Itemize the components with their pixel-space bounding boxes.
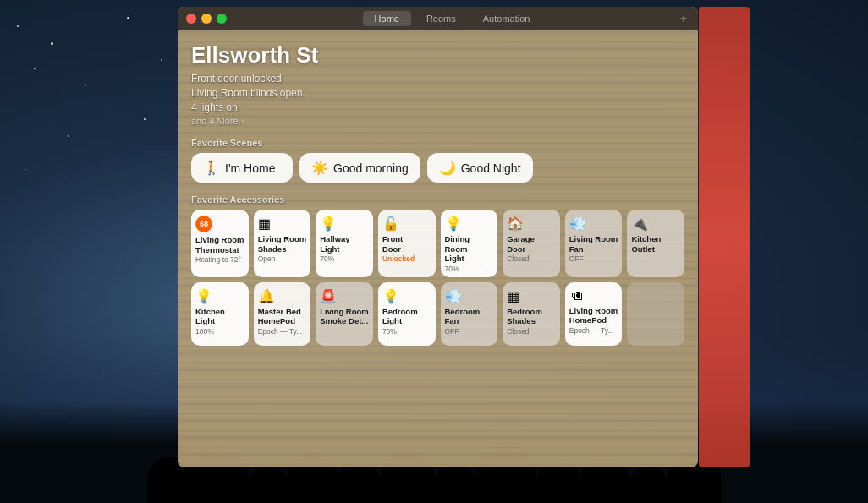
fan-icon: 💨 [569,216,586,232]
front-door-icon: 🔓 [382,216,399,232]
bedroom-light-status: 70% [382,327,397,336]
accessory-smoke-detector[interactable]: 🚨 Living RoomSmoke Det... [316,282,373,346]
lr-homepod-status: Epoch — Ty... [569,326,614,335]
tab-automation[interactable]: Automation [471,11,542,26]
accessory-front-door[interactable]: 🔓 FrontDoor Unlocked [378,210,436,276]
bedroom-shades-name: BedroomShades [507,307,542,326]
thermostat-status: Heating to 72° [195,255,241,264]
presentation-screen: Home Rooms Automation ＋ Ellsworth St Fro… [178,7,698,467]
close-button[interactable] [186,14,196,24]
good-night-label: Good Night [461,161,521,175]
content-area: Ellsworth St Front door unlocked. Living… [178,30,698,467]
fan-status: OFF [569,254,584,263]
accessory-living-room-thermostat[interactable]: 68 Living RoomThermostat Heating to 72° [191,210,249,276]
minimize-button[interactable] [201,14,212,24]
right-decorative-panel [699,7,750,467]
title-bar-right: ＋ [678,11,689,26]
audience-head [629,466,667,503]
accessory-living-room-fan[interactable]: 💨 Living RoomFan OFF [565,210,623,276]
scene-good-night[interactable]: 🌙 Good Night [427,153,533,183]
audience-head [435,462,475,503]
good-night-icon: 🌙 [439,160,456,176]
accessory-living-room-shades[interactable]: ▦ Living RoomShades Open [254,210,311,276]
dining-light-status: 70% [445,265,459,273]
garage-door-icon: 🏠 [507,216,524,232]
accessory-bedroom-shades[interactable]: ▦ BedroomShades Closed [503,282,560,346]
accessory-empty [627,282,684,346]
garage-door-name: GarageDoor [507,234,535,254]
front-door-name: FrontDoor [382,234,403,254]
tab-home[interactable]: Home [363,11,411,26]
shades-icon: ▦ [258,216,271,232]
scene-good-morning[interactable]: ☀️ Good morning [299,153,420,183]
outlet-icon: 🔌 [631,216,648,232]
tab-bar: Home Rooms Automation [363,11,542,26]
accessory-bedroom-fan[interactable]: 💨 BedroomFan OFF [441,282,498,346]
accessory-hallway-light[interactable]: 💡 HallwayLight 70% [316,210,373,276]
tab-bar-container: Home Rooms Automation [227,11,678,26]
good-morning-label: Good morning [333,161,409,175]
accessories-row-1: 68 Living RoomThermostat Heating to 72° … [191,210,684,276]
bedroom-fan-name: BedroomFan [445,307,481,326]
bedroom-fan-status: OFF [445,327,459,336]
master-homepod-status: Epoch — Ty... [258,327,303,336]
accessory-dining-room-light[interactable]: 💡 Dining RoomLight 70% [441,210,498,276]
master-homepod-name: Master BedHomePod [258,307,301,326]
scene-im-home[interactable]: 🚶 I'm Home [191,153,293,183]
kitchen-light-status: 100% [195,327,214,336]
hallway-light-name: HallwayLight [320,234,349,254]
hallway-light-icon: 💡 [320,216,337,232]
smoke-name: Living RoomSmoke Det... [320,307,369,326]
more-link[interactable]: and 4 More › [191,116,684,126]
maximize-button[interactable] [217,14,227,24]
accessory-living-room-homepod[interactable]: 🖲 Living RoomHomePod Epoch — Ty... [565,282,623,346]
status-text: Front door unlocked. Living Room blinds … [191,72,684,114]
tab-rooms[interactable]: Rooms [415,11,468,26]
bedroom-light-name: BedroomLight [382,307,418,326]
accessory-kitchen-light[interactable]: 💡 KitchenLight 100% [191,282,249,346]
bedroom-fan-icon: 💨 [445,288,462,304]
traffic-lights [186,14,227,24]
bedroom-light-icon: 💡 [382,288,399,304]
master-homepod-icon: 🔔 [258,288,275,304]
kitchen-light-icon: 💡 [195,288,212,304]
good-morning-icon: ☀️ [311,160,328,176]
lr-homepod-icon: 🖲 [569,288,583,303]
shades-status: Open [258,254,276,263]
bedroom-shades-status: Closed [507,327,529,336]
im-home-icon: 🚶 [203,160,220,176]
smoke-icon: 🚨 [320,288,337,304]
scenes-row: 🚶 I'm Home ☀️ Good morning 🌙 Good Night [191,153,684,183]
accessory-bedroom-light[interactable]: 💡 BedroomLight 70% [378,282,436,346]
audience-head [249,465,287,503]
accessory-garage-door[interactable]: 🏠 GarageDoor Closed [503,210,560,276]
shades-name: Living RoomShades [258,234,307,254]
thermostat-name: Living RoomThermostat [195,235,244,254]
favorite-scenes-label: Favorite Scenes [191,138,684,148]
accessories-row-2: 💡 KitchenLight 100% 🔔 Master BedHomePod … [191,282,684,346]
kitchen-light-name: KitchenLight [195,307,225,326]
fan-name: Living RoomFan [569,234,618,254]
accessory-master-bed-homepod[interactable]: 🔔 Master BedHomePod Epoch — Ty... [254,282,311,346]
title-bar: Home Rooms Automation ＋ [178,7,698,30]
im-home-label: I'm Home [225,161,275,175]
garage-door-status: Closed [507,254,529,263]
dining-light-icon: 💡 [445,216,462,232]
hallway-light-status: 70% [320,254,334,263]
front-door-status: Unlocked [382,254,415,263]
dining-light-name: Dining RoomLight [445,234,494,263]
add-icon[interactable]: ＋ [678,11,689,26]
home-name: Ellsworth St [191,42,684,68]
thermostat-badge: 68 [195,216,212,232]
accessory-kitchen-outlet[interactable]: 🔌 KitchenOutlet [627,210,684,276]
favorite-accessories-label: Favorite Accessories [191,194,684,205]
lr-homepod-name: Living RoomHomePod [569,306,618,325]
bedroom-shades-icon: ▦ [507,288,519,304]
outlet-name: KitchenOutlet [631,234,661,254]
